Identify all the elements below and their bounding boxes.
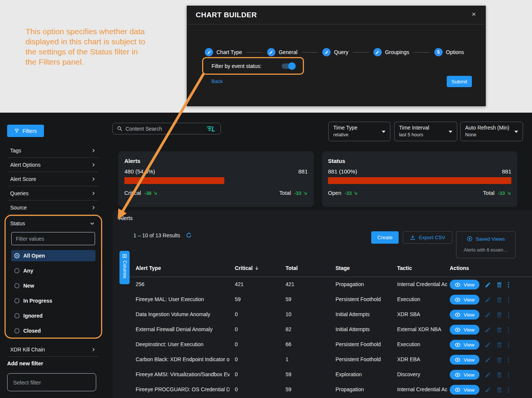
delete-icon[interactable] <box>496 357 502 363</box>
content-search-input[interactable] <box>125 126 204 132</box>
cell-alert-type: External Firewall Denial Anomaly <box>136 326 230 332</box>
table-row: Fireeye AMSI: Virtualization/Sandbox Ev0… <box>130 367 532 382</box>
more-actions-icon[interactable] <box>508 282 509 288</box>
event-status-toggle[interactable] <box>282 63 295 69</box>
status-option-any[interactable]: Any <box>11 265 95 276</box>
filters-button[interactable]: Filters <box>7 125 44 137</box>
sidebar-item-queries[interactable]: Queries <box>7 186 98 201</box>
status-option-all-open[interactable]: All Open <box>11 250 95 261</box>
more-actions-icon[interactable] <box>508 312 509 318</box>
cell-total: 59 <box>286 296 327 302</box>
column-header-critical[interactable]: Critical <box>235 265 259 271</box>
sidebar-item-xdr-kill-chain[interactable]: XDR Kill Chain <box>7 342 98 357</box>
cell-critical: 0 <box>235 386 276 392</box>
delete-icon[interactable] <box>496 297 502 303</box>
step-general[interactable]: General <box>267 48 298 56</box>
step-connector <box>414 52 430 53</box>
sidebar-item-tags[interactable]: Tags <box>7 143 98 158</box>
edit-icon[interactable] <box>485 327 491 333</box>
card-values: 881 (100%)881 <box>328 168 511 175</box>
radio-icon[interactable] <box>14 328 20 333</box>
step-query[interactable]: Query <box>322 48 348 56</box>
cell-total: 421 <box>286 281 327 287</box>
radio-icon[interactable] <box>14 298 20 303</box>
trend-down-icon <box>353 191 358 196</box>
delete-icon[interactable] <box>496 342 502 348</box>
lucene-syntax-icon[interactable] <box>207 126 216 132</box>
edit-icon[interactable] <box>485 372 491 378</box>
view-button[interactable]: View <box>450 325 479 335</box>
column-header-total[interactable]: Total <box>286 265 298 271</box>
sidebar-item-alert-score[interactable]: Alert Score <box>7 172 98 186</box>
step-groupings[interactable]: Groupings <box>373 48 410 56</box>
card-values: 480 (54.5%)881 <box>124 168 308 175</box>
edit-icon[interactable] <box>485 387 491 393</box>
column-header-stage[interactable]: Stage <box>336 265 350 271</box>
column-header-actions[interactable]: Actions <box>450 265 469 271</box>
edit-icon[interactable] <box>485 342 491 348</box>
create-button[interactable]: Create <box>371 231 399 244</box>
more-actions-icon[interactable] <box>508 357 509 363</box>
metric-label: Open <box>328 190 341 196</box>
eye-icon <box>455 312 461 317</box>
status-option-closed[interactable]: Closed <box>11 325 95 336</box>
sidebar-item-status[interactable]: Status <box>10 217 95 230</box>
edit-icon[interactable] <box>485 297 491 303</box>
more-actions-icon[interactable] <box>508 327 509 333</box>
saved-views-dropdown[interactable]: Saved Views Alerts with 6 essen… <box>456 231 515 258</box>
more-actions-icon[interactable] <box>508 372 509 378</box>
status-option-label: Ignored <box>23 313 42 319</box>
status-option-label: Closed <box>23 328 41 334</box>
select-filter-dropdown[interactable]: Select filter <box>7 373 96 391</box>
edit-icon[interactable] <box>485 312 491 318</box>
dropdown-value: last 5 hours <box>399 132 447 137</box>
dropdown-auto-refresh-min[interactable]: Auto Refresh (Min)None <box>460 122 523 141</box>
delete-icon[interactable] <box>496 282 502 288</box>
cell-stage: Propagation <box>336 281 392 287</box>
back-link[interactable]: Back <box>212 78 223 84</box>
dropdown-label: Auto Refresh (Min) <box>465 125 513 131</box>
more-actions-icon[interactable] <box>508 342 509 348</box>
edit-icon[interactable] <box>485 282 491 288</box>
radio-icon[interactable] <box>14 313 20 318</box>
submit-button[interactable]: Submit <box>447 76 472 87</box>
view-button[interactable]: View <box>450 355 479 365</box>
status-option-new[interactable]: New <box>11 280 95 291</box>
columns-button[interactable]: Columns <box>119 251 130 284</box>
radio-icon[interactable] <box>14 283 20 288</box>
dropdown-time-type[interactable]: Time Typerelative <box>328 122 390 141</box>
column-header-label: Actions <box>450 265 469 271</box>
dropdown-time-interval[interactable]: Time Intervallast 5 hours <box>394 122 457 141</box>
column-header-tactic[interactable]: Tactic <box>397 265 412 271</box>
cell-total: 10 <box>286 311 327 317</box>
more-actions-icon[interactable] <box>508 387 509 393</box>
radio-checked-icon[interactable] <box>14 253 20 258</box>
sidebar-item-alert-options[interactable]: Alert Options <box>7 158 98 172</box>
edit-icon[interactable] <box>485 357 491 363</box>
delete-icon[interactable] <box>496 372 502 378</box>
filter-values-input[interactable] <box>11 232 95 245</box>
export-csv-button[interactable]: Export CSV <box>403 231 452 244</box>
step-options[interactable]: 5Options <box>434 48 464 56</box>
view-button[interactable]: View <box>450 280 479 289</box>
column-header-alert-type[interactable]: Alert Type <box>136 265 161 271</box>
status-option-ignored[interactable]: Ignored <box>11 310 95 321</box>
view-button[interactable]: View <box>450 310 479 320</box>
view-button[interactable]: View <box>450 340 479 350</box>
radio-icon[interactable] <box>14 268 20 273</box>
alerts-table-header: Alert TypeCriticalTotalStageTacticAction… <box>130 261 532 277</box>
refresh-icon[interactable] <box>186 232 192 238</box>
view-button-label: View <box>464 297 475 303</box>
delete-icon[interactable] <box>496 387 502 393</box>
step-chart-type[interactable]: Chart Type <box>205 48 242 56</box>
sidebar-item-source[interactable]: Source <box>7 201 98 215</box>
close-icon[interactable]: × <box>469 10 478 19</box>
more-actions-icon[interactable] <box>508 297 509 303</box>
cell-tactic: External XDR NBA <box>397 326 448 332</box>
view-button[interactable]: View <box>450 295 479 305</box>
delete-icon[interactable] <box>496 312 502 318</box>
view-button[interactable]: View <box>450 370 479 380</box>
delete-icon[interactable] <box>496 327 502 333</box>
status-option-in-progress[interactable]: In Progress <box>11 295 95 306</box>
view-button[interactable]: View <box>450 385 479 395</box>
